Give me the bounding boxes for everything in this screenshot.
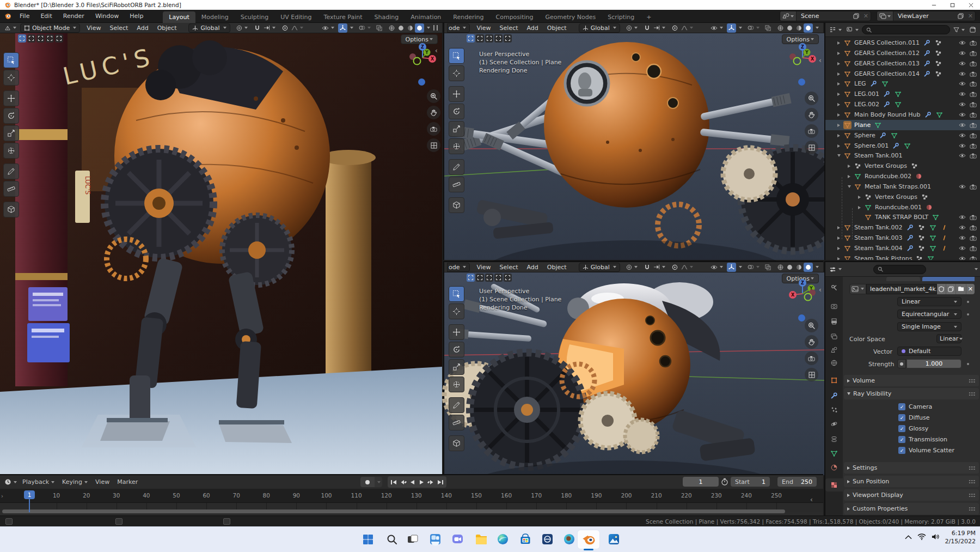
panel-drag-dots[interactable]: [969, 493, 976, 498]
workspace-tab-layout[interactable]: Layout: [163, 11, 195, 23]
panel-drag-dots[interactable]: [969, 379, 976, 383]
taskbar-browser-icon[interactable]: [562, 532, 577, 547]
viewport-render-left[interactable]: LUC'SLUC'S: [0, 33, 442, 474]
blender-logo-icon[interactable]: [4, 13, 12, 20]
tool-measure[interactable]: [3, 181, 19, 197]
checkbox-checked[interactable]: ✓: [898, 447, 905, 454]
taskbar-chat-icon[interactable]: [450, 532, 465, 547]
select-box-invert[interactable]: [494, 274, 503, 282]
outliner-row[interactable]: Roundcube.001: [825, 202, 980, 213]
overlays-toggle-button[interactable]: [746, 23, 761, 33]
remove-view-layer-button[interactable]: ✕: [966, 11, 975, 21]
tool-select-box[interactable]: [449, 48, 464, 64]
hide-in-viewport-icon[interactable]: [959, 153, 966, 158]
perspective-dot-icon[interactable]: [798, 314, 805, 322]
xray-toggle-button[interactable]: [763, 23, 773, 33]
disable-in-renders-icon[interactable]: [970, 133, 977, 138]
viewport-menu-view[interactable]: View: [472, 25, 495, 32]
disable-in-renders-icon[interactable]: [970, 215, 977, 220]
hide-in-viewport-icon[interactable]: [959, 112, 966, 117]
disable-in-renders-icon[interactable]: [970, 235, 977, 241]
tool-rotate[interactable]: [449, 104, 464, 119]
xray-toggle-button[interactable]: [763, 263, 773, 272]
snap-target-button[interactable]: [652, 23, 667, 33]
tool-select-box[interactable]: [3, 52, 19, 68]
shading-solid-button[interactable]: [785, 263, 794, 272]
taskbar-blender-icon[interactable]: [581, 532, 596, 547]
disable-in-renders-icon[interactable]: [970, 246, 977, 251]
disable-in-renders-icon[interactable]: [970, 61, 977, 66]
properties-options-chevron[interactable]: [975, 268, 978, 270]
hide-in-viewport-icon[interactable]: [959, 40, 966, 45]
tab-modifiers[interactable]: [825, 389, 843, 402]
outliner-row[interactable]: Steam Tank.001: [825, 150, 980, 161]
prev-keyframe-button[interactable]: [399, 478, 408, 486]
outliner-row[interactable]: Main Body Round Hub: [825, 110, 980, 120]
hide-in-viewport-icon[interactable]: [959, 184, 966, 189]
select-box-intersect[interactable]: [504, 34, 512, 43]
outliner-editor-type-button[interactable]: [828, 25, 843, 34]
tool-rotate[interactable]: [449, 342, 464, 357]
viewport-top-right[interactable]: odeViewSelectAddObjectGlobalOptionsZXYUs…: [443, 23, 823, 260]
menu-help[interactable]: Help: [124, 10, 149, 22]
outliner-filter-button[interactable]: [952, 25, 966, 34]
tool-add-cube[interactable]: [449, 435, 464, 451]
color-space-dropdown[interactable]: Linear: [936, 334, 961, 343]
fake-user-button[interactable]: [937, 284, 946, 294]
navigation-gizmo[interactable]: ZXY: [787, 278, 818, 311]
snap-target-button[interactable]: [262, 23, 277, 33]
proportional-falloff-button[interactable]: [290, 23, 305, 33]
viewport-menu-add[interactable]: Add: [132, 25, 152, 32]
source-dropdown[interactable]: Single Image: [897, 322, 961, 331]
viewport-camera-button[interactable]: [805, 351, 818, 365]
select-box-extend[interactable]: [27, 34, 35, 43]
disable-in-renders-icon[interactable]: [970, 225, 977, 230]
playhead-line[interactable]: [29, 499, 30, 512]
frame-end-field[interactable]: End250: [777, 477, 817, 487]
overlays-toggle-button[interactable]: [746, 263, 761, 272]
gizmo-toggle-button[interactable]: [727, 23, 736, 33]
tool-cursor[interactable]: [449, 65, 464, 81]
timeline-menu-playback[interactable]: Playback: [19, 477, 58, 487]
hide-in-viewport-icon[interactable]: [959, 61, 966, 66]
select-box-extend[interactable]: [476, 274, 484, 282]
outliner-row[interactable]: GEARS Collection.012: [825, 48, 980, 58]
workspace-tab-sculpting[interactable]: Sculpting: [235, 11, 274, 23]
perspective-dot-icon[interactable]: [418, 78, 425, 86]
tool-move[interactable]: [449, 324, 464, 340]
panel-drag-dots[interactable]: [969, 466, 976, 470]
tool-scale[interactable]: [449, 121, 464, 137]
outliner-row[interactable]: LEG.002: [825, 99, 980, 110]
wifi-icon[interactable]: [917, 533, 926, 542]
checkbox-checked[interactable]: ✓: [898, 403, 905, 410]
close-button[interactable]: [961, 0, 980, 10]
interpolation-dropdown[interactable]: Linear: [897, 297, 961, 306]
shading-material-button[interactable]: [794, 263, 804, 272]
hide-in-viewport-icon[interactable]: [959, 143, 966, 148]
timeline-collapse-chevron[interactable]: ‹: [810, 496, 813, 504]
select-box-subtract[interactable]: [36, 34, 45, 43]
taskbar-search-icon[interactable]: [384, 532, 399, 547]
disable-in-renders-icon[interactable]: [970, 184, 977, 190]
proportional-falloff-button[interactable]: [679, 23, 695, 33]
volume-icon[interactable]: [932, 533, 940, 542]
tray-chevron-icon[interactable]: [905, 534, 912, 541]
select-box-subtract[interactable]: [485, 34, 493, 43]
properties-editor-type-button[interactable]: [828, 265, 843, 274]
tool-scale[interactable]: [449, 359, 464, 375]
perspective-dot-icon[interactable]: [798, 78, 805, 86]
jump-to-end-button[interactable]: [436, 478, 445, 486]
shading-solid-button[interactable]: [785, 23, 794, 33]
navigation-gizmo[interactable]: ZXY: [407, 43, 438, 75]
ray-visibility-diffuse[interactable]: ✓Diffuse: [898, 414, 930, 421]
shading-options-chevron[interactable]: [813, 23, 820, 33]
tool-annotate[interactable]: [449, 159, 464, 175]
viewport-menu-object[interactable]: Object: [543, 264, 571, 271]
tool-add-cube[interactable]: [3, 202, 19, 217]
viewport-pan-button[interactable]: [427, 106, 440, 119]
disable-in-renders-icon[interactable]: [970, 102, 977, 107]
workspace-tab-modeling[interactable]: Modeling: [195, 11, 235, 23]
ray-visibility-glossy[interactable]: ✓Glossy: [898, 425, 928, 432]
snap-toggle-button[interactable]: [642, 263, 652, 272]
shading-wireframe-button[interactable]: [776, 263, 785, 272]
